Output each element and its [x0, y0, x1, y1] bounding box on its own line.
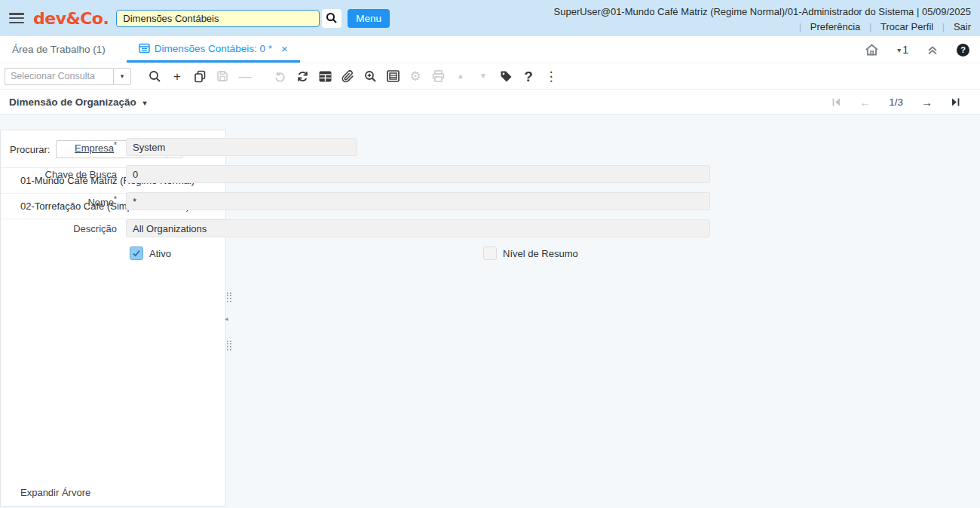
breadcrumb-row: Dimensão de Organização ▾ ← 1/3 →	[0, 90, 980, 115]
nivel-resumo-checkbox[interactable]	[483, 246, 497, 260]
new-record-button[interactable]: +	[166, 66, 188, 87]
arrow-right-icon: →	[921, 96, 933, 109]
nivel-resumo-checkbox-group[interactable]: Nível de Resumo	[483, 246, 578, 260]
link-separator: |	[942, 21, 945, 32]
caret-down-icon: ▾	[897, 46, 901, 54]
window-count-dropdown[interactable]: ▾ 1	[897, 44, 908, 56]
label-button[interactable]	[495, 66, 517, 87]
printer-icon	[432, 70, 445, 82]
collapse-panel-icon[interactable]: ◂	[225, 315, 228, 323]
collapse-all-icon[interactable]	[926, 44, 939, 56]
empresa-field[interactable]: System	[126, 138, 357, 156]
zoom-plus-icon	[364, 70, 377, 83]
empresa-label: Empresa*	[41, 140, 117, 154]
user-area: SuperUser@01-Mundo Café Matriz (Regime N…	[554, 4, 971, 33]
tab-workspace[interactable]: Área de Trabalho (1)	[0, 36, 118, 63]
find-record-button[interactable]	[143, 66, 166, 87]
switch-role-link[interactable]: Trocar Perfil	[880, 21, 933, 32]
grid-toggle-button[interactable]	[314, 66, 336, 87]
triangle-down-icon: ▼	[479, 72, 487, 80]
zoom-across-button[interactable]	[359, 66, 381, 87]
plus-icon: +	[173, 70, 181, 83]
print-button	[427, 66, 449, 87]
previous-record-button: ←	[859, 96, 871, 109]
paperclip-icon	[341, 70, 354, 83]
window-help-button[interactable]: ?	[517, 66, 540, 87]
tab-bar-actions: ▾ 1 ?	[865, 36, 969, 63]
link-separator: |	[869, 21, 871, 32]
refresh-icon	[296, 70, 309, 83]
expand-tree-link[interactable]: Expandir Árvore	[20, 487, 90, 498]
toolbar: ▾ + — ⚙ ▲ ▼ ? ⋮	[0, 63, 980, 90]
arrow-left-icon: ←	[859, 96, 871, 109]
nome-field[interactable]: *	[126, 192, 710, 210]
query-input[interactable]	[5, 68, 113, 85]
attachment-button[interactable]	[336, 66, 359, 87]
first-page-icon	[831, 97, 841, 107]
query-combobox: ▾	[5, 68, 131, 85]
descricao-field[interactable]: All Organizations	[126, 219, 710, 237]
record-form: Empresa* System Chave de Busca 0 Nome* *…	[41, 138, 720, 265]
gear-icon: ⚙	[409, 70, 421, 83]
preference-link[interactable]: Preferência	[810, 21, 860, 32]
breadcrumb[interactable]: Dimensão de Organização ▾	[9, 96, 147, 108]
minus-icon: —	[239, 70, 252, 83]
logout-link[interactable]: Sair	[954, 21, 971, 32]
delete-record-button: —	[234, 66, 256, 87]
report-button[interactable]	[381, 66, 404, 87]
copy-record-button[interactable]	[188, 66, 211, 87]
tab-bar: Área de Trabalho (1) Dimensões Contábeis…	[0, 36, 980, 63]
form-row-chave: Chave de Busca 0	[41, 165, 720, 183]
tab-close-icon[interactable]: ×	[281, 42, 288, 55]
next-record-button[interactable]: →	[921, 96, 933, 109]
save-icon	[216, 70, 228, 82]
first-record-button	[831, 97, 841, 107]
hamburger-menu-icon[interactable]	[9, 13, 24, 23]
splitter-grip[interactable]	[227, 341, 231, 350]
grid-icon	[319, 71, 332, 82]
descricao-label: Descrição	[41, 222, 117, 234]
report-icon	[387, 70, 400, 82]
global-search-input[interactable]	[116, 10, 320, 27]
ativo-label: Ativo	[149, 248, 171, 259]
last-page-icon	[951, 97, 960, 107]
nivel-resumo-label: Nível de Resumo	[503, 248, 578, 259]
form-row-nome: Nome* *	[41, 192, 720, 210]
menu-button[interactable]: Menu	[348, 9, 390, 28]
query-dropdown-button[interactable]: ▾	[113, 68, 131, 85]
chave-de-busca-label: Chave de Busca	[41, 168, 117, 180]
home-icon[interactable]	[865, 43, 879, 57]
chave-de-busca-field[interactable]: 0	[126, 165, 710, 183]
breadcrumb-title: Dimensão de Organização	[9, 96, 136, 108]
checkbox-row: Ativo Nível de Resumo	[41, 246, 720, 265]
splitter-grip[interactable]	[227, 292, 231, 302]
question-mark-icon: ?	[524, 69, 533, 84]
ativo-checkbox-group[interactable]: Ativo	[130, 246, 171, 260]
user-links: | Preferência | Trocar Perfil | Sair	[554, 20, 971, 33]
record-position: 1/3	[889, 96, 903, 108]
user-session-info: SuperUser@01-Mundo Café Matriz (Regime N…	[554, 5, 971, 18]
process-button: ⚙	[404, 66, 427, 87]
detail-record-button: ▼	[472, 66, 495, 87]
help-icon[interactable]: ?	[957, 44, 969, 57]
more-actions-button[interactable]: ⋮	[540, 66, 562, 87]
required-mark: *	[114, 195, 117, 204]
window-list-icon	[139, 43, 150, 54]
ativo-checkbox[interactable]	[130, 246, 143, 260]
tab-label: Dimensões Contábeis: 0 *	[155, 43, 272, 54]
app-logo: dev&Co.	[33, 9, 109, 28]
link-separator: |	[799, 21, 801, 32]
last-record-button[interactable]	[951, 97, 960, 107]
search-icon	[149, 70, 161, 83]
triangle-up-icon: ▲	[457, 72, 464, 80]
tab-dimensoes-contabeis[interactable]: Dimensões Contábeis: 0 * ×	[127, 36, 300, 63]
top-header: dev&Co. Menu SuperUser@01-Mundo Café Mat…	[0, 0, 980, 36]
search-button[interactable]	[322, 9, 341, 28]
caret-down-icon: ▾	[143, 99, 147, 107]
undo-icon	[274, 70, 286, 83]
record-pager: ← 1/3 →	[831, 96, 960, 109]
content-area: Procurar: ▾ 01-Mundo Café Matriz (Regime…	[0, 115, 980, 508]
search-icon	[326, 12, 338, 24]
refresh-button[interactable]	[291, 66, 314, 87]
window-count: 1	[902, 44, 908, 56]
